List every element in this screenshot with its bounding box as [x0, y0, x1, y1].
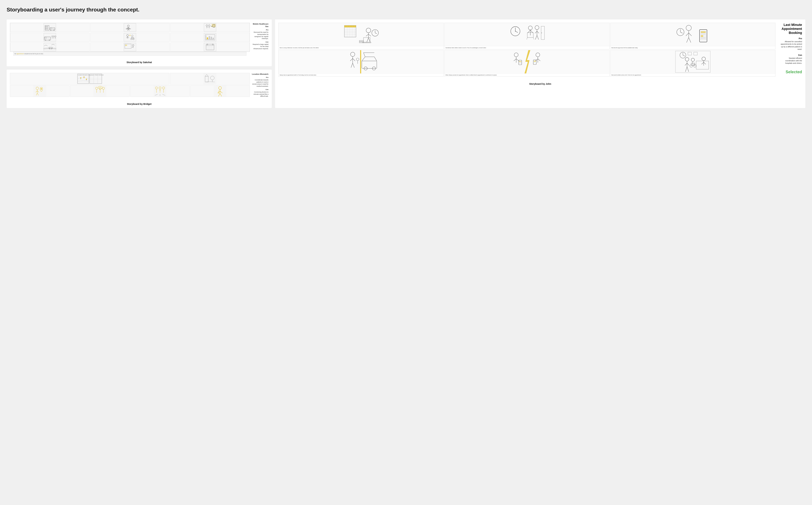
bridget-card: Location Mismatch | Storyboard | TEAM CA…: [7, 69, 272, 108]
sakshat-sketch-2: [90, 23, 170, 32]
storyboards-grid: No appointment should be too far for you…: [7, 19, 805, 108]
bridget-concept-title: Location Mismatch: [252, 73, 268, 75]
svg-rect-11: [124, 23, 136, 31]
bridget-sketches: Location Mismatch | Storyboard | TEAM CA…: [10, 73, 250, 97]
john-panel-1-caption: Nick is a busy millennial, he works a fu…: [279, 46, 443, 49]
svg-rect-59: [213, 38, 214, 39]
bridget-con-label: Con: [252, 89, 268, 91]
sakshat-con-label: Con: [252, 41, 268, 43]
john-bottom-row: Stacey had an appointment with Dr. Ford …: [278, 50, 776, 76]
john-panel-2-caption: Sometimes Nick's father needs to see Dr.…: [444, 46, 610, 49]
bridget-pro-text: Considerate towards patients in rural or…: [252, 79, 268, 87]
bridget-sketch-2: [170, 73, 250, 85]
sakshat-sketch-6: [170, 33, 250, 42]
svg-rect-108: [509, 23, 545, 46]
sakshat-concept-title: Mobile Healthcare Van: [252, 23, 268, 28]
sakshat-pro-label: Pro: [252, 29, 268, 31]
sakshat-pro-text: Removed the need for transportation by c…: [252, 31, 268, 39]
bridget-sketch-1: Location Mismatch | Storyboard | TEAM CA…: [10, 73, 169, 85]
svg-rect-175: [534, 61, 536, 61]
john-con-text: Needed efficient coordination with the h…: [779, 57, 802, 64]
sakshat-sketch-4: [10, 33, 90, 42]
john-pro-text: Allowed for cancelled appointments to be…: [779, 40, 802, 51]
svg-rect-177: [675, 50, 711, 73]
john-panel-5: ✓ When Stacey cancels her appointment, N…: [444, 50, 610, 76]
bridget-sketch-6: [190, 85, 250, 97]
john-panel-4: Stacey had an appointment with Dr. Ford …: [278, 50, 443, 76]
svg-rect-212: [204, 73, 217, 85]
sakshat-sketch-8: [90, 42, 170, 52]
svg-rect-217: [33, 86, 46, 97]
john-top-row: Nick is a busy millennial, he works a fu…: [278, 23, 776, 49]
svg-rect-51: [129, 35, 131, 36]
bridget-sketch-4: [70, 85, 130, 97]
john-concept-title: Last Minute Appointment Booking: [779, 23, 802, 35]
svg-point-224: [41, 88, 42, 90]
svg-rect-69: [125, 45, 127, 46]
john-panel-5-caption: When Stacey cancels her appointment, Nic…: [444, 73, 610, 76]
svg-point-204: [84, 76, 85, 77]
svg-point-202: [80, 77, 81, 78]
john-card-label: Storyboard by John: [275, 80, 805, 88]
bridget-sketch-5: [130, 85, 190, 97]
bridget-pro-label: Pro: [252, 76, 268, 78]
page-title: Storyboarding a user's journey through t…: [7, 7, 805, 13]
svg-rect-56: [207, 37, 208, 39]
sakshat-sketches: No appointment should be too far for you…: [10, 23, 250, 56]
john-card: Nick is a busy millennial, he works a fu…: [275, 19, 805, 108]
bridget-sketch-3: [10, 85, 70, 97]
sakshat-con-text: Required a large capital for the initial…: [252, 43, 268, 50]
john-text: Last Minute Appointment Booking Pro Allo…: [779, 23, 802, 77]
john-panel-2: Sometimes Nick's father needs to see Dr.…: [444, 23, 610, 49]
sakshat-sketch-5: [90, 33, 170, 42]
john-panel-4-caption: Stacey had an appointment with Dr. Ford …: [279, 73, 443, 76]
john-panel-6: Nick and his father arrive at Dr. Ford's…: [610, 50, 776, 76]
john-panel-3: Nick lets the app know he'll be availabl…: [610, 23, 776, 49]
svg-rect-57: [209, 36, 210, 39]
sakshat-sketch-3: [170, 23, 250, 32]
svg-rect-137: [701, 31, 706, 32]
bridget-card-label: Storyboard by Bridget: [7, 101, 272, 108]
john-panel-3-caption: Nick lets the app know he'll be availabl…: [611, 46, 775, 49]
svg-point-127: [541, 32, 542, 33]
svg-text:✓: ✓: [534, 62, 535, 63]
sakshat-card: No appointment should be too far for you…: [7, 19, 272, 66]
sakshat-sketch-7: [10, 42, 90, 52]
sakshat-caption: No appointment should be too far for you…: [13, 52, 247, 56]
svg-text:Location Mismatch | Storyboard: Location Mismatch | Storyboard | TEAM CA…: [78, 74, 104, 76]
john-selected-badge: Selected: [779, 69, 802, 74]
svg-rect-225: [94, 86, 106, 97]
svg-rect-140: [701, 35, 703, 37]
svg-rect-82: [344, 25, 356, 27]
svg-rect-64: [124, 43, 136, 51]
svg-point-206: [86, 79, 87, 80]
svg-rect-42: [124, 33, 136, 41]
svg-rect-58: [211, 37, 212, 39]
john-pro-label: Pro: [779, 37, 802, 40]
john-con-label: Con: [779, 54, 802, 56]
sakshat-sketch-9: [170, 42, 250, 52]
john-panels: Nick is a busy millennial, he works a fu…: [278, 23, 776, 77]
bridget-text: Location Mismatch Pro Considerate toward…: [252, 73, 268, 97]
bridget-con-text: Convincing doctors to relocate seemed li…: [252, 91, 268, 97]
sakshat-text: Mobile Healthcare Van Pro Removed the ne…: [252, 23, 268, 56]
john-panel-1: Nick is a busy millennial, he works a fu…: [278, 23, 443, 49]
svg-point-112: [515, 31, 516, 31]
sakshat-card-label: Storyboard by Sakshat: [7, 59, 272, 66]
svg-rect-167: [519, 61, 521, 62]
john-panel-6-caption: Nick and his father arrive at Dr. Ford's…: [611, 73, 775, 76]
sakshat-sketch-1: [10, 23, 90, 32]
